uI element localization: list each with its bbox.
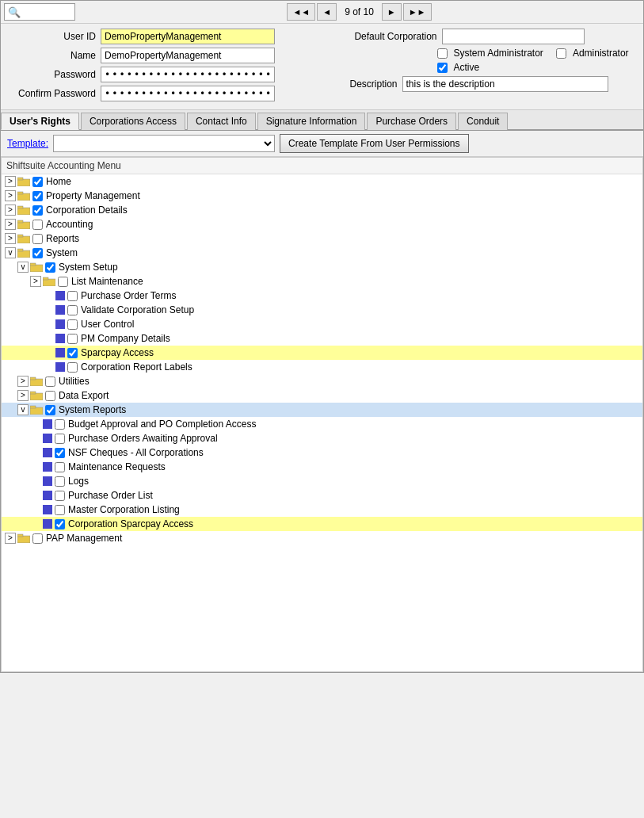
tree-item-system[interactable]: v System <box>2 246 642 260</box>
cb-list-maint[interactable] <box>58 277 68 287</box>
user-id-input[interactable] <box>101 29 275 44</box>
tree-item-corp-sparcpay[interactable]: Corporation Sparcpay Access <box>2 517 642 531</box>
tree-item-po-terms[interactable]: Purchase Order Terms <box>2 289 642 303</box>
template-dropdown[interactable] <box>53 135 275 152</box>
cb-home[interactable] <box>32 177 43 187</box>
tab-rights[interactable]: User's Rights <box>1 113 79 130</box>
label-corp-report-labels: Corporation Report Labels <box>81 361 192 373</box>
cb-po-list[interactable] <box>55 491 65 501</box>
tree-item-utilities[interactable]: > Utilities <box>2 374 642 388</box>
cb-system[interactable] <box>32 248 43 258</box>
nav-controls: ◄◄ ◄ 9 of 10 ► ►► <box>78 3 640 21</box>
cb-accounting[interactable] <box>32 220 43 230</box>
doc-icon-user-control <box>55 319 65 329</box>
cb-reports[interactable] <box>32 234 43 244</box>
expand-prop-mgmt[interactable]: > <box>5 190 16 201</box>
tab-contact[interactable]: Contact Info <box>187 113 256 130</box>
tree-item-logs[interactable]: Logs <box>2 474 642 488</box>
tree-item-user-control[interactable]: User Control <box>2 317 642 331</box>
doc-icon-validate-corp <box>55 305 65 315</box>
cb-utilities[interactable] <box>45 377 55 387</box>
cb-system-setup[interactable] <box>45 262 55 273</box>
tab-po[interactable]: Purchase Orders <box>367 113 456 130</box>
cb-corp-report-labels[interactable] <box>67 362 78 373</box>
tree-item-prop-mgmt[interactable]: > Property Management <box>2 189 642 203</box>
cb-po-terms[interactable] <box>67 291 78 301</box>
sys-admin-checkbox[interactable] <box>437 48 448 59</box>
tab-corps[interactable]: Corporations Access <box>81 113 185 130</box>
expand-system-reports[interactable]: v <box>17 404 29 415</box>
expand-data-export[interactable]: > <box>17 390 29 401</box>
create-template-button[interactable]: Create Template From User Permissions <box>280 134 469 153</box>
expand-system[interactable]: v <box>5 247 16 258</box>
default-corp-input[interactable] <box>442 29 585 44</box>
doc-icon-po-list <box>43 491 52 500</box>
svg-rect-9 <box>17 235 23 237</box>
cb-master-corp[interactable] <box>55 505 65 515</box>
tree-item-pap-mgmt[interactable]: > PAP Management <box>2 531 642 545</box>
cb-system-reports[interactable] <box>45 405 55 415</box>
expand-pap-mgmt[interactable]: > <box>5 533 16 544</box>
cb-logs[interactable] <box>55 476 65 487</box>
tree-item-po-awaiting[interactable]: Purchase Orders Awaiting Approval <box>2 431 642 445</box>
nav-prev-button[interactable]: ◄ <box>317 3 337 21</box>
tree-item-reports[interactable]: > Reports <box>2 231 642 246</box>
tree-item-validate-corp[interactable]: Validate Corporation Setup <box>2 303 642 317</box>
tab-conduit[interactable]: Conduit <box>458 113 508 130</box>
cb-budget-approval[interactable] <box>55 419 65 430</box>
tree-item-maint-requests[interactable]: Maintenance Requests <box>2 460 642 474</box>
svg-rect-7 <box>17 220 23 223</box>
expand-corp-details[interactable]: > <box>5 204 16 216</box>
tree-item-data-export[interactable]: > Data Export <box>2 388 642 403</box>
cb-nsf-cheques[interactable] <box>55 448 65 458</box>
tree-item-system-setup[interactable]: v System Setup <box>2 260 642 274</box>
cb-maint-requests[interactable] <box>55 462 65 472</box>
template-label[interactable]: Template: <box>7 138 48 149</box>
nav-last-button[interactable]: ►► <box>403 3 432 21</box>
tree-item-list-maint[interactable]: > List Maintenance <box>2 274 642 289</box>
cb-pap-mgmt[interactable] <box>32 533 43 544</box>
tree-item-system-reports[interactable]: v System Reports <box>2 403 642 417</box>
svg-rect-19 <box>30 392 36 394</box>
tree-item-accounting[interactable]: > Accounting <box>2 217 642 231</box>
cb-user-control[interactable] <box>67 319 78 330</box>
name-input[interactable] <box>101 48 275 63</box>
tree-item-budget-approval[interactable]: Budget Approval and PO Completion Access <box>2 417 642 431</box>
cb-data-export[interactable] <box>45 391 55 401</box>
expand-system-setup[interactable]: v <box>17 262 29 273</box>
tree-item-corp-details[interactable]: > Corporation Details <box>2 203 642 217</box>
cb-corp-sparcpay[interactable] <box>55 519 65 529</box>
cb-validate-corp[interactable] <box>67 305 78 315</box>
active-checkbox[interactable] <box>437 63 448 73</box>
doc-icon-budget-approval <box>43 419 52 429</box>
tree-item-po-list[interactable]: Purchase Order List <box>2 488 642 503</box>
cb-corp-details[interactable] <box>32 205 43 216</box>
tree-item-sparcpay[interactable]: Sparcpay Access <box>2 346 642 360</box>
expand-reports[interactable]: > <box>5 233 16 244</box>
svg-rect-13 <box>30 263 36 266</box>
expand-utilities[interactable]: > <box>17 376 29 387</box>
tree-item-nsf-cheques[interactable]: NSF Cheques - All Corporations <box>2 445 642 460</box>
confirm-password-input[interactable] <box>101 86 275 101</box>
cb-sparcpay[interactable] <box>67 348 78 358</box>
tree-item-master-corp[interactable]: Master Corporation Listing <box>2 503 642 517</box>
cb-po-awaiting[interactable] <box>55 434 65 444</box>
tree-item-home[interactable]: > Home <box>2 174 642 189</box>
administrator-checkbox[interactable] <box>556 48 566 59</box>
cb-prop-mgmt[interactable] <box>32 191 43 201</box>
tree-item-corp-report-labels[interactable]: Corporation Report Labels <box>2 360 642 374</box>
expand-accounting[interactable]: > <box>5 219 16 230</box>
template-row: Template: Create Template From User Perm… <box>1 131 643 157</box>
label-user-control: User Control <box>81 319 134 330</box>
search-box[interactable]: 🔍 <box>4 3 75 21</box>
cb-pm-company[interactable] <box>67 334 78 344</box>
tab-signature[interactable]: Signature Information <box>257 113 366 130</box>
expand-list-maint[interactable]: > <box>30 276 41 287</box>
tree-item-pm-company[interactable]: PM Company Details <box>2 331 642 346</box>
nav-first-button[interactable]: ◄◄ <box>287 3 315 21</box>
nav-next-button[interactable]: ► <box>382 3 402 21</box>
search-input[interactable] <box>22 7 70 17</box>
description-input[interactable] <box>402 76 608 92</box>
password-input[interactable] <box>101 67 275 82</box>
expand-home[interactable]: > <box>5 176 16 187</box>
